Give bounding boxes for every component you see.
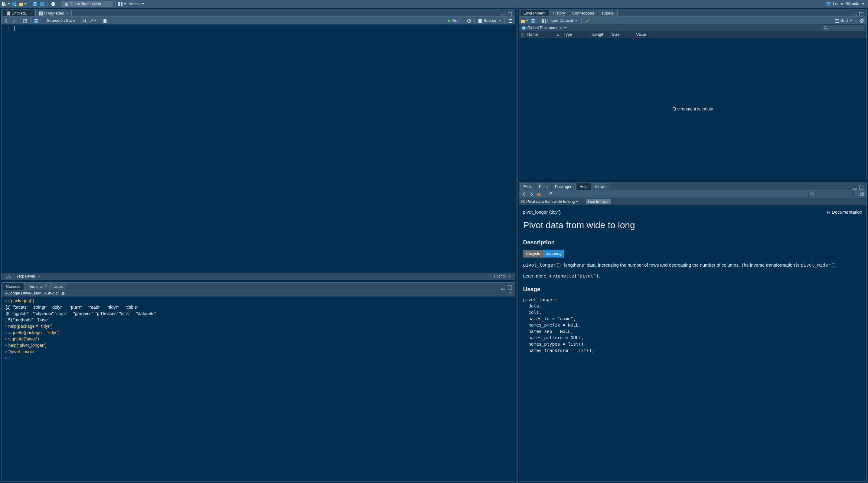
- pivot-wider-link[interactable]: pivot_wider(): [801, 262, 836, 268]
- files-tab[interactable]: Files: [520, 183, 535, 190]
- project-name: Learn_RStudio: [833, 1, 859, 6]
- col-name[interactable]: Name▲: [526, 31, 562, 37]
- minimize-pane-icon[interactable]: [852, 12, 858, 16]
- separator: [29, 1, 29, 7]
- maximize-pane-icon[interactable]: [859, 12, 864, 16]
- print-button[interactable]: [50, 1, 56, 7]
- tab-label: Untitled1: [11, 11, 27, 16]
- nav-back-button[interactable]: [3, 18, 9, 24]
- open-file-button[interactable]: [19, 1, 27, 7]
- history-tab[interactable]: History: [550, 10, 568, 16]
- editor-text-area[interactable]: [12, 25, 515, 273]
- rerun-button[interactable]: [466, 18, 472, 24]
- save-all-button[interactable]: [39, 1, 45, 7]
- help-tabbar: Files Plots Packages Help Viewer: [519, 183, 867, 190]
- run-button[interactable]: Run: [445, 18, 461, 24]
- pane-layout-button[interactable]: [118, 1, 126, 7]
- tutorial-tab[interactable]: Tutorial: [598, 10, 618, 16]
- close-icon[interactable]: ×: [66, 11, 68, 16]
- load-workspace-button[interactable]: [521, 18, 528, 24]
- view-wd-button[interactable]: [60, 290, 66, 296]
- compile-report-button[interactable]: [101, 18, 107, 24]
- scope-selector[interactable]: Global Environment: [527, 25, 566, 30]
- console-output[interactable]: > (.packages()) [1] "forcats" "stringr" …: [1, 297, 515, 482]
- maximize-pane-icon[interactable]: [508, 12, 513, 16]
- close-icon[interactable]: ×: [45, 284, 47, 289]
- tab-label: Files: [524, 184, 532, 189]
- env-body: Environment is empty: [519, 38, 867, 180]
- help-home-button[interactable]: [535, 191, 541, 197]
- badge-right: maturing: [543, 250, 565, 258]
- console-tab[interactable]: Console: [3, 283, 24, 290]
- terminal-tab[interactable]: Terminal×: [25, 283, 51, 290]
- save-workspace-button[interactable]: [530, 18, 536, 24]
- new-file-button[interactable]: [2, 1, 10, 7]
- addins-label: Addins: [128, 1, 141, 6]
- maximize-pane-icon[interactable]: [859, 185, 864, 189]
- col-type[interactable]: Type: [562, 31, 591, 37]
- find-replace-button[interactable]: [81, 18, 87, 24]
- goto-file-function[interactable]: Go to file/function: [61, 1, 113, 7]
- connections-tab[interactable]: Connections: [569, 10, 597, 16]
- checkbox-header[interactable]: [519, 31, 526, 37]
- nav-forward-button[interactable]: [10, 18, 17, 24]
- env-search[interactable]: [822, 25, 864, 31]
- run-label: Run: [452, 18, 459, 23]
- packages-tab[interactable]: Packages: [552, 183, 576, 190]
- help-content[interactable]: pivot_longer {tidyr} R Documentation Piv…: [519, 205, 867, 482]
- maximize-pane-icon[interactable]: [508, 285, 513, 289]
- col-value[interactable]: Value: [634, 31, 867, 37]
- project-menu[interactable]: Learn_RStudio: [825, 1, 866, 6]
- close-icon[interactable]: ×: [29, 11, 31, 16]
- source-tab-untitled1[interactable]: Untitled1 ×: [3, 10, 35, 16]
- help-tab[interactable]: Help: [576, 183, 591, 190]
- import-dataset-button[interactable]: Import Dataset: [541, 18, 579, 24]
- save-source-button[interactable]: [33, 18, 39, 24]
- new-project-button[interactable]: [11, 1, 17, 7]
- jobs-tab[interactable]: Jobs: [51, 283, 66, 290]
- source-menu-button[interactable]: Source: [477, 18, 502, 24]
- help-popout-button[interactable]: [547, 191, 553, 197]
- source-icon: [478, 19, 483, 23]
- show-in-new-window-button[interactable]: [22, 18, 28, 24]
- find-in-topic[interactable]: Find in Topic: [586, 199, 611, 204]
- language-selector[interactable]: R Script: [491, 274, 513, 278]
- scope-selector[interactable]: (Top Level): [16, 274, 42, 278]
- cursor-position[interactable]: 1:1: [4, 274, 13, 278]
- clear-workspace-button[interactable]: [584, 18, 590, 24]
- minimize-pane-icon[interactable]: [501, 12, 506, 16]
- source-tabbar: Untitled1 × R vignettes ×: [1, 9, 515, 17]
- source-editor[interactable]: 1: [1, 25, 515, 273]
- tab-label: Viewer: [595, 184, 607, 189]
- outline-button[interactable]: [507, 18, 513, 24]
- env-search-input[interactable]: [822, 25, 864, 31]
- help-topline: pivot_longer {tidyr} R Documentation: [523, 209, 862, 215]
- help-breadcrumb[interactable]: R: Pivot data from wide to long: [521, 199, 578, 204]
- working-directory[interactable]: ~/Google Drive/Learn_RStudio/: [4, 291, 59, 295]
- help-forward-button[interactable]: [528, 191, 534, 197]
- clear-console-button[interactable]: [506, 290, 513, 296]
- view-mode-button[interactable]: Grid: [834, 18, 854, 24]
- viewer-tab[interactable]: Viewer: [592, 183, 610, 190]
- help-search-input[interactable]: [808, 191, 854, 197]
- addins-menu[interactable]: Addins: [127, 1, 145, 7]
- section-usage: Usage: [523, 285, 862, 294]
- help-search[interactable]: [808, 191, 854, 197]
- code-tools-button[interactable]: [89, 18, 96, 24]
- run-icon: [447, 19, 451, 23]
- refresh-env-button[interactable]: [859, 18, 865, 24]
- environment-tab[interactable]: Environment: [520, 10, 549, 16]
- env-scope-bar: Global Environment: [519, 25, 867, 31]
- minimize-pane-icon[interactable]: [501, 285, 506, 289]
- badge-left: lifecycle: [523, 250, 543, 258]
- source-tab-vignettes[interactable]: R vignettes ×: [35, 10, 72, 16]
- lifecycle-badge: lifecycle maturing: [523, 250, 862, 258]
- col-size[interactable]: Size: [610, 31, 634, 37]
- plots-tab[interactable]: Plots: [536, 183, 551, 190]
- minimize-pane-icon[interactable]: [852, 185, 858, 189]
- source-on-save-toggle[interactable]: Source on Save: [40, 18, 76, 24]
- help-refresh-button[interactable]: [859, 191, 865, 197]
- col-length[interactable]: Length: [591, 31, 610, 37]
- help-back-button[interactable]: [521, 191, 527, 197]
- save-button[interactable]: [32, 1, 38, 7]
